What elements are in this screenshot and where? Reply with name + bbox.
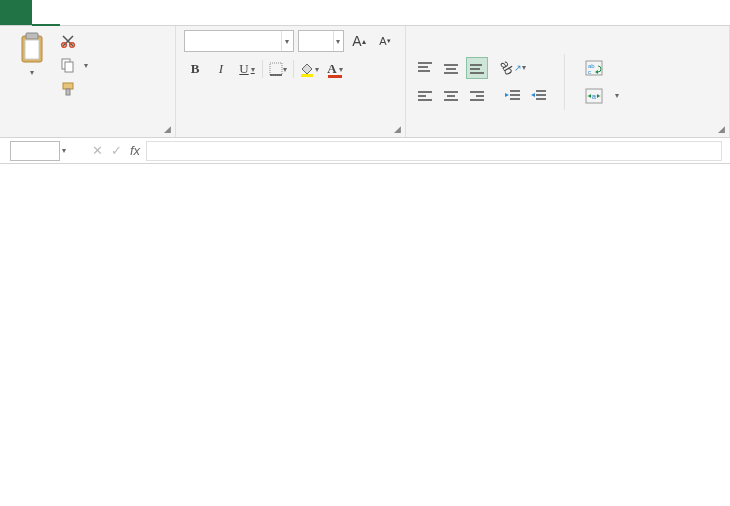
increase-indent-button[interactable]: [528, 85, 550, 107]
merge-center-icon: a: [585, 88, 603, 104]
align-left-icon: [416, 89, 434, 103]
align-middle-icon: [442, 61, 460, 75]
svg-marker-34: [505, 93, 509, 97]
align-center-icon: [442, 89, 460, 103]
svg-marker-42: [595, 70, 598, 74]
chevron-down-icon[interactable]: ▾: [281, 31, 293, 51]
svg-rect-9: [270, 63, 282, 75]
align-right-icon: [468, 89, 486, 103]
align-top-button[interactable]: [414, 57, 436, 79]
tab-data[interactable]: [144, 0, 172, 25]
svg-marker-46: [588, 94, 591, 98]
dialog-launcher-icon[interactable]: ◢: [391, 123, 403, 135]
paintbrush-icon: [60, 81, 76, 97]
group-label-alignment: [414, 133, 721, 135]
chevron-down-icon[interactable]: ▾: [62, 146, 66, 155]
tab-file[interactable]: [0, 0, 32, 25]
chevron-down-icon[interactable]: ▾: [333, 31, 343, 51]
font-size-combo[interactable]: ▾: [298, 30, 344, 52]
chevron-down-icon: ▾: [615, 91, 619, 100]
align-top-icon: [416, 61, 434, 75]
orientation-button[interactable]: ab↗▾: [502, 57, 524, 79]
align-left-button[interactable]: [414, 85, 436, 107]
paste-button[interactable]: ▾: [8, 30, 56, 77]
align-right-button[interactable]: [466, 85, 488, 107]
wrap-text-icon: abc: [585, 60, 603, 76]
svg-rect-11: [301, 74, 313, 77]
group-label-clipboard: [8, 133, 167, 135]
copy-button[interactable]: ▾: [60, 54, 88, 76]
group-label-font: [184, 133, 397, 135]
align-center-button[interactable]: [440, 85, 462, 107]
increase-indent-icon: [530, 89, 548, 103]
font-name-input[interactable]: [185, 34, 281, 48]
cancel-formula-icon: ✕: [92, 143, 103, 158]
formula-bar[interactable]: [146, 141, 722, 161]
svg-rect-7: [63, 83, 73, 89]
tab-formulas[interactable]: [116, 0, 144, 25]
bold-button[interactable]: B: [184, 58, 206, 80]
tab-view[interactable]: [200, 0, 228, 25]
clipboard-icon: [18, 32, 46, 66]
svg-marker-47: [597, 94, 600, 98]
decrease-indent-button[interactable]: [502, 85, 524, 107]
svg-rect-8: [66, 89, 70, 95]
borders-icon: [269, 62, 283, 76]
font-color-button[interactable]: A ▾: [324, 58, 346, 80]
dialog-launcher-icon[interactable]: ◢: [161, 123, 173, 135]
scissors-icon: [60, 33, 76, 49]
svg-marker-38: [531, 93, 535, 97]
svg-rect-6: [65, 62, 73, 72]
borders-button[interactable]: ▾: [267, 58, 289, 80]
paint-bucket-icon: [299, 61, 315, 77]
tab-home[interactable]: [32, 0, 60, 26]
tab-page-layout[interactable]: [88, 0, 116, 25]
name-box[interactable]: [10, 141, 60, 161]
align-bottom-button[interactable]: [466, 57, 488, 79]
enter-formula-icon: ✓: [111, 143, 122, 158]
dialog-launcher-icon[interactable]: ◢: [715, 123, 727, 135]
svg-text:a: a: [592, 93, 596, 100]
decrease-indent-icon: [504, 89, 522, 103]
svg-rect-12: [328, 75, 342, 78]
svg-rect-2: [25, 40, 39, 59]
decrease-font-button[interactable]: A▾: [374, 30, 396, 52]
tab-review[interactable]: [172, 0, 200, 25]
font-name-combo[interactable]: ▾: [184, 30, 294, 52]
italic-button[interactable]: I: [210, 58, 232, 80]
font-size-input[interactable]: [299, 34, 333, 48]
svg-text:c: c: [588, 69, 591, 75]
chevron-down-icon: ▾: [30, 68, 34, 77]
align-bottom-icon: [468, 61, 486, 75]
align-middle-button[interactable]: [440, 57, 462, 79]
font-color-underline-icon: [328, 75, 342, 79]
fill-color-button[interactable]: ▾: [298, 58, 320, 80]
format-painter-button[interactable]: [60, 78, 88, 100]
tab-insert[interactable]: [60, 0, 88, 25]
chevron-down-icon: ▾: [84, 61, 88, 70]
underline-button[interactable]: U▾: [236, 58, 258, 80]
merge-center-button[interactable]: a ▾: [579, 85, 625, 107]
wrap-text-button[interactable]: abc: [579, 57, 625, 79]
fx-icon[interactable]: fx: [130, 143, 140, 158]
svg-rect-1: [26, 33, 38, 39]
cut-button[interactable]: [60, 30, 88, 52]
copy-icon: [60, 57, 76, 73]
increase-font-button[interactable]: A▴: [348, 30, 370, 52]
